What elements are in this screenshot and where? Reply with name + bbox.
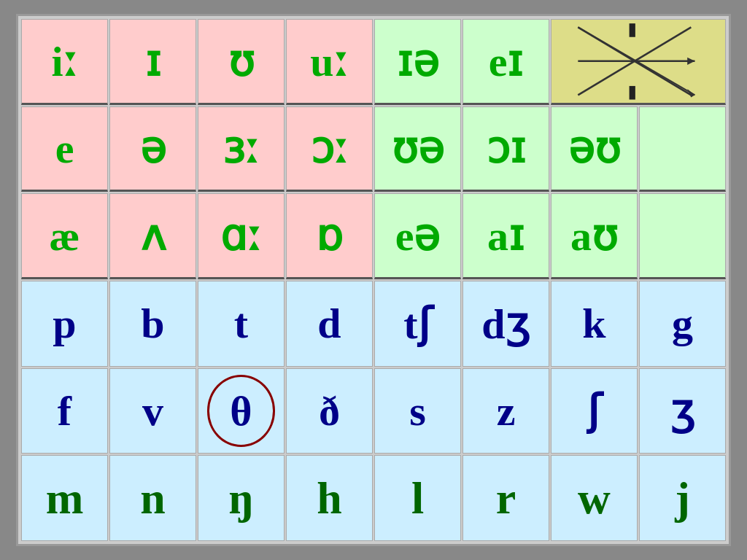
- consonant-ŋ[interactable]: ŋ: [198, 455, 285, 541]
- consonant-ʃ-symbol: ʃ: [587, 386, 601, 435]
- consonant-p[interactable]: p: [21, 281, 108, 367]
- consonant-s-symbol: s: [409, 386, 426, 435]
- vowel-ʊə-symbol: ʊə: [392, 123, 444, 173]
- vowel-æ[interactable]: æ: [21, 193, 108, 279]
- vowel-ə-symbol: ə: [140, 123, 166, 173]
- consonant-tʃ[interactable]: tʃ: [374, 281, 461, 367]
- vowel-aɪ-symbol: aɪ: [487, 211, 525, 260]
- consonant-k[interactable]: k: [551, 281, 638, 367]
- vowel-ɔɪ[interactable]: ɔɪ: [462, 106, 549, 192]
- vowel-uː-symbol: uː: [310, 36, 348, 86]
- vowel-empty-2: [639, 193, 726, 279]
- consonant-dʒ[interactable]: dʒ: [462, 281, 549, 367]
- vowel-iː[interactable]: iː: [21, 19, 108, 105]
- vowel-ʌ[interactable]: ʌ: [109, 193, 196, 279]
- consonant-θ-symbol: θ: [230, 386, 252, 435]
- vowel-əʊ[interactable]: əʊ: [551, 106, 638, 192]
- consonant-z[interactable]: z: [462, 368, 549, 454]
- svg-rect-6: [630, 23, 635, 37]
- consonant-f-symbol: f: [58, 386, 71, 435]
- consonant-g[interactable]: g: [639, 281, 726, 367]
- consonant-b[interactable]: b: [109, 281, 196, 367]
- consonant-t-symbol: t: [234, 299, 248, 348]
- consonant-dʒ-symbol: dʒ: [481, 299, 530, 349]
- consonant-ʃ[interactable]: ʃ: [551, 368, 638, 454]
- consonant-b-symbol: b: [141, 299, 164, 348]
- vowel-eə-symbol: eə: [395, 211, 441, 260]
- vowel-e[interactable]: e: [21, 106, 108, 192]
- vowel-ɔɪ-symbol: ɔɪ: [487, 123, 526, 173]
- vowel-ʊə[interactable]: ʊə: [374, 106, 461, 192]
- vowel-empty-1: [639, 106, 726, 192]
- consonant-r[interactable]: r: [462, 455, 549, 541]
- consonant-ʒ[interactable]: ʒ: [639, 368, 726, 454]
- consonant-θ[interactable]: θ: [198, 368, 285, 454]
- consonant-k-symbol: k: [582, 299, 605, 348]
- vowel-ɒ-symbol: ɒ: [316, 211, 343, 260]
- consonant-s[interactable]: s: [374, 368, 461, 454]
- consonant-l[interactable]: l: [374, 455, 461, 541]
- consonant-m-symbol: m: [46, 472, 84, 524]
- consonant-g-symbol: g: [672, 299, 693, 348]
- vowel-iː-symbol: iː: [51, 36, 77, 86]
- consonant-w-symbol: w: [578, 472, 611, 524]
- consonant-d[interactable]: d: [286, 281, 373, 367]
- vowel-aɪ[interactable]: aɪ: [462, 193, 549, 279]
- consonant-tʃ-symbol: tʃ: [403, 299, 431, 349]
- consonant-n-symbol: n: [140, 472, 165, 524]
- vowel-ɑː[interactable]: ɑː: [198, 193, 285, 279]
- consonant-v[interactable]: v: [109, 368, 196, 454]
- vowel-ɪ-symbol: ɪ: [145, 36, 161, 86]
- consonant-ʒ-symbol: ʒ: [670, 386, 695, 435]
- vowel-aʊ-symbol: aʊ: [570, 211, 618, 260]
- vowel-ɔː-symbol: ɔː: [311, 123, 349, 173]
- vowel-eɪ[interactable]: eɪ: [462, 19, 549, 105]
- vowel-ɪ[interactable]: ɪ: [109, 19, 196, 105]
- consonant-f[interactable]: f: [21, 368, 108, 454]
- consonant-j-symbol: j: [675, 472, 690, 524]
- vowel-e-symbol: e: [55, 124, 74, 173]
- consonant-l-symbol: l: [411, 472, 424, 524]
- consonant-t[interactable]: t: [198, 281, 285, 367]
- consonant-ŋ-symbol: ŋ: [228, 472, 253, 524]
- consonant-θ-circled: θ: [207, 375, 276, 446]
- consonant-d-symbol: d: [317, 299, 341, 348]
- vowel-ʊ-symbol: ʊ: [228, 36, 255, 86]
- ipa-chart: iː ɪ ʊ uː ɪə eɪ e ə: [16, 14, 731, 546]
- vowel-chart-diagram: [551, 19, 726, 105]
- consonant-ð-symbol: ð: [319, 386, 340, 435]
- vowel-eə[interactable]: eə: [374, 193, 461, 279]
- consonant-r-symbol: r: [496, 472, 516, 524]
- vowel-ə[interactable]: ə: [109, 106, 196, 192]
- vowel-ɑː-symbol: ɑː: [220, 211, 262, 260]
- consonant-j[interactable]: j: [639, 455, 726, 541]
- consonant-m[interactable]: m: [21, 455, 108, 541]
- vowel-ɪə[interactable]: ɪə: [374, 19, 461, 105]
- vowel-ʌ-symbol: ʌ: [141, 211, 166, 260]
- consonant-w[interactable]: w: [551, 455, 638, 541]
- vowel-ɜː[interactable]: ɜː: [198, 106, 285, 192]
- vowel-uː[interactable]: uː: [286, 19, 373, 105]
- vowel-ɒ[interactable]: ɒ: [286, 193, 373, 279]
- vowel-ɜː-symbol: ɜː: [222, 123, 260, 173]
- svg-rect-7: [630, 86, 635, 100]
- vowel-aʊ[interactable]: aʊ: [551, 193, 638, 279]
- svg-marker-3: [687, 58, 694, 65]
- vowel-ɔː[interactable]: ɔː: [286, 106, 373, 192]
- consonant-h[interactable]: h: [286, 455, 373, 541]
- consonant-n[interactable]: n: [109, 455, 196, 541]
- consonant-p-symbol: p: [53, 299, 76, 348]
- consonant-v-symbol: v: [142, 386, 163, 435]
- vowel-əʊ-symbol: əʊ: [568, 123, 621, 173]
- consonant-h-symbol: h: [317, 472, 341, 524]
- vowel-eɪ-symbol: eɪ: [489, 36, 524, 86]
- consonant-ð[interactable]: ð: [286, 368, 373, 454]
- consonant-z-symbol: z: [497, 386, 516, 435]
- vowel-ʊ[interactable]: ʊ: [198, 19, 285, 105]
- vowel-ɪə-symbol: ɪə: [397, 36, 439, 86]
- vowel-æ-symbol: æ: [50, 211, 80, 260]
